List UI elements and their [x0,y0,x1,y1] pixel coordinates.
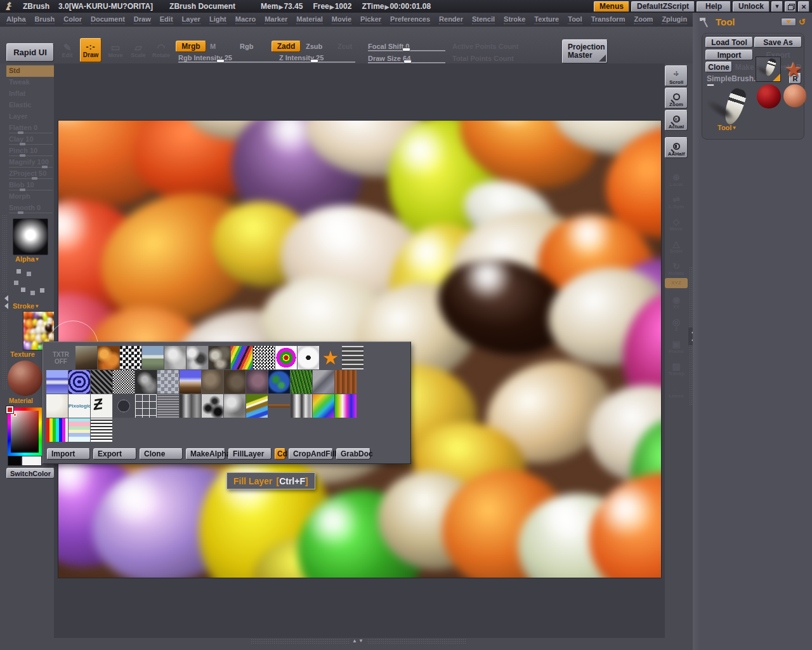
tool-palette-header[interactable]: Tool ↺ [699,17,806,27]
menu-stencil[interactable]: Stencil [472,15,495,24]
texture-mountains[interactable] [75,346,97,369]
rapid-ui-item-elastic[interactable]: Elastic [6,100,54,111]
texture-bw-noise[interactable] [113,370,134,394]
import-tool-button[interactable]: Import [705,50,753,60]
rotate-mode-button[interactable]: ◠Rotate [152,39,170,61]
menu-render[interactable]: Render [439,15,463,24]
texture-zbrush-figure[interactable]: Ƶ [91,394,112,418]
hide-ui-button[interactable]: ▼ [771,1,783,12]
export-button[interactable]: Export [93,448,136,460]
material-palette-label[interactable]: Material [9,397,33,404]
rapid-ui-item-inflat[interactable]: Inflat [6,88,54,100]
rgb-button[interactable]: Rgb [240,43,253,50]
palette-cycle-icon[interactable]: ↺ [799,17,806,27]
texture-grey-checker[interactable] [157,370,179,394]
texture-orange-star[interactable]: ★ [320,346,341,369]
clone-button[interactable]: Clone [140,448,183,460]
actual-button[interactable]: x1Actual [665,110,688,131]
white-swatch[interactable] [22,456,42,466]
frame-button[interactable]: ▣Frame [665,334,688,355]
lsym-button[interactable]: ⇌L.Sym [665,189,688,210]
unlock-button[interactable]: Unlock [733,1,769,12]
material-thumbnail[interactable] [8,361,43,396]
menu-color[interactable]: Color [63,15,82,24]
texture-dark-clouds[interactable] [135,370,157,394]
lasso-button[interactable]: ◌Lasso [665,378,688,399]
menu-movie[interactable]: Movie [332,15,351,24]
rapid-ui-button[interactable]: Rapid UI [6,43,54,62]
texture-white-eye[interactable] [298,346,319,369]
m-button[interactable]: M [210,43,216,50]
menu-edit[interactable]: Edit [160,15,173,24]
menu-texture[interactable]: Texture [534,15,559,24]
tool-slider-handle[interactable] [707,84,714,86]
move-mode-button[interactable]: ▭Move [107,39,124,61]
close-window-button[interactable]: × [798,1,809,12]
import-button[interactable]: Import [47,448,90,460]
menu-brush[interactable]: Brush [35,15,55,24]
texture-grass[interactable] [291,370,312,394]
texture-rainbow-stripes[interactable] [231,346,252,369]
stroke-thumbnail[interactable] [13,267,48,300]
stroke-palette-label[interactable]: Stroke▼ [13,302,39,310]
texture-rainbow-smooth[interactable] [313,394,334,418]
projection-master-button[interactable]: Projection Master [562,39,608,63]
texture-purple-haze[interactable] [246,370,268,394]
texture-grey-camo[interactable] [187,346,208,369]
rapid-ui-item-blob[interactable]: Blob 10 [6,180,54,191]
alpha-palette-label[interactable]: Alpha▼ [15,255,39,263]
texture-orange-pebbles[interactable] [98,346,119,369]
edit-mode-button[interactable]: ✎Edit [58,39,76,61]
menu-draw[interactable]: Draw [134,15,151,24]
texture-crosshatch[interactable] [91,370,112,394]
texture-abstract-wave[interactable] [246,394,268,418]
texture-bw-specks[interactable] [253,346,275,369]
texture-dark-gem[interactable] [113,394,134,418]
tool-item-star3d[interactable]: ★ [783,56,804,82]
rapid-ui-item-std[interactable]: Std [6,65,54,77]
menu-picker[interactable]: Picker [360,15,381,24]
texture-blue-static[interactable] [46,370,68,394]
zsub-button[interactable]: Zsub [306,43,322,50]
texture-horizon[interactable] [180,370,201,394]
scale-button[interactable]: △Scale [665,234,688,255]
active-tool-name[interactable]: SimpleBrush. 2 [707,74,762,83]
rgb-intensity-track[interactable] [178,62,289,63]
texture-blue-spiral[interactable] [69,370,90,394]
menu-material[interactable]: Material [296,15,323,24]
switch-color-button[interactable]: SwitchColor [6,468,55,479]
menu-document[interactable]: Document [91,15,125,24]
zadd-button[interactable]: Zadd [272,41,301,52]
tool-item-sphere3d[interactable] [783,84,806,107]
menu-zoom[interactable]: Zoom [634,15,653,24]
rapid-ui-item-pinch[interactable]: Pinch 10 [6,145,54,157]
texture-smoke[interactable] [224,394,246,418]
texture-ink-blots[interactable] [202,394,223,418]
rapid-ui-item-tweak[interactable]: Tweak [6,77,54,88]
mrgb-button[interactable]: Mrgb [176,41,206,52]
rapid-ui-item-zproject[interactable]: ZProject 50 [6,168,54,180]
scroll-button[interactable]: Scroll [665,65,688,86]
menu-macro[interactable]: Macro [235,15,256,24]
texture-rainbow-cycle[interactable] [335,394,357,418]
save-as-button[interactable]: Save As [754,37,802,48]
alpha-thumbnail[interactable] [13,218,48,255]
menu-layer[interactable]: Layer [182,15,200,24]
grabdoc-button[interactable]: GrabDoc [336,448,370,460]
texture-paper[interactable] [46,394,68,418]
draw-mode-button[interactable]: -:-Draw [80,38,102,62]
menus-button[interactable]: Menus [594,1,629,12]
cropandfill-button[interactable]: CropAndFill [289,448,333,460]
z-button[interactable]: ◎Z [665,312,688,333]
restore-window-button[interactable] [785,1,796,12]
texture-soft-streaks[interactable] [180,394,201,418]
filllayer-button[interactable]: FillLayer [228,448,272,460]
rapid-slider-handle[interactable] [18,211,23,214]
texture-palette-label[interactable]: Texture [10,350,35,358]
rapid-ui-item-layer[interactable]: Layer [6,111,54,123]
help-button[interactable]: Help [697,1,731,12]
xyz-button[interactable]: XYZ [665,278,688,288]
texture-rust-wood[interactable] [335,370,357,394]
texture-pixologic-logo[interactable]: Pixologic [69,394,90,418]
texture-pastel-bands[interactable] [69,418,90,442]
